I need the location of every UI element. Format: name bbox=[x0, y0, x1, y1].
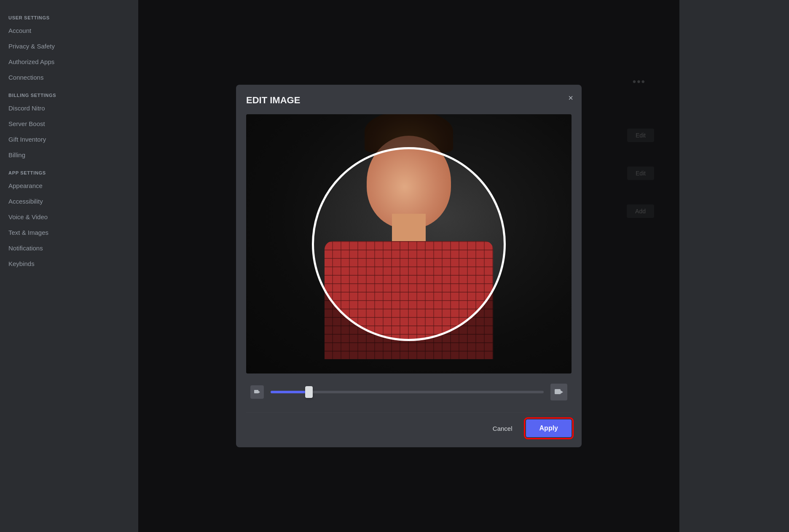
svg-marker-1 bbox=[258, 391, 260, 393]
sidebar-item-nitro[interactable]: Discord Nitro bbox=[4, 101, 134, 115]
right-panel bbox=[679, 0, 789, 532]
sidebar-item-voice-label: Voice & Video bbox=[8, 213, 48, 220]
sidebar-item-boost-label: Server Boost bbox=[8, 120, 45, 127]
image-editor-area[interactable] bbox=[246, 114, 572, 373]
sidebar-item-privacy-label: Privacy & Safety bbox=[8, 43, 55, 50]
modal-title: EDIT IMAGE bbox=[246, 95, 572, 106]
sidebar-item-billing-label: Billing bbox=[8, 151, 25, 159]
zoom-slider[interactable] bbox=[271, 391, 544, 393]
sidebar-item-text[interactable]: Text & Images bbox=[4, 226, 134, 239]
person-shirt bbox=[325, 241, 493, 359]
slider-thumb[interactable] bbox=[305, 386, 313, 398]
modal-overlay: EDIT IMAGE × bbox=[138, 0, 679, 532]
sidebar-item-privacy[interactable]: Privacy & Safety bbox=[4, 39, 134, 53]
sidebar-section-billing: BILLING SETTINGS bbox=[4, 86, 134, 99]
sidebar-section-app: APP SETTINGS bbox=[4, 164, 134, 177]
sidebar-item-nitro-label: Discord Nitro bbox=[8, 105, 45, 112]
sidebar-item-apps-label: Authorized Apps bbox=[8, 58, 54, 65]
svg-marker-3 bbox=[561, 390, 563, 394]
sidebar-item-inventory-label: Gift Inventory bbox=[8, 136, 46, 143]
sidebar-item-appearance[interactable]: Appearance bbox=[4, 179, 134, 193]
zoom-out-icon bbox=[250, 385, 264, 399]
edit-image-modal: EDIT IMAGE × bbox=[236, 85, 582, 447]
sidebar-item-text-label: Text & Images bbox=[8, 229, 48, 236]
svg-rect-2 bbox=[555, 389, 561, 394]
sidebar-item-keybinds[interactable]: Keybinds bbox=[4, 257, 134, 271]
sidebar-item-notifications-label: Notifications bbox=[8, 245, 43, 252]
sidebar-item-billing[interactable]: Billing bbox=[4, 148, 134, 162]
sidebar-item-connections[interactable]: Connections bbox=[4, 70, 134, 84]
sidebar-item-account[interactable]: Account bbox=[4, 24, 134, 38]
apply-button[interactable]: Apply bbox=[526, 419, 572, 437]
sidebar-item-accessibility-label: Accessibility bbox=[8, 198, 43, 205]
sidebar-item-connections-label: Connections bbox=[8, 74, 43, 81]
zoom-slider-container bbox=[246, 375, 572, 409]
svg-rect-0 bbox=[254, 390, 258, 393]
modal-close-button[interactable]: × bbox=[568, 93, 573, 103]
sidebar-item-accessibility[interactable]: Accessibility bbox=[4, 194, 134, 208]
zoom-in-icon bbox=[550, 384, 567, 400]
sidebar-item-inventory[interactable]: Gift Inventory bbox=[4, 132, 134, 146]
main-content: ••• Edit Edit Add EDIT IMAGE × bbox=[138, 0, 679, 532]
cancel-button[interactable]: Cancel bbox=[486, 421, 519, 436]
sidebar-item-apps[interactable]: Authorized Apps bbox=[4, 55, 134, 69]
modal-footer: Cancel Apply bbox=[246, 412, 572, 437]
sidebar-item-voice[interactable]: Voice & Video bbox=[4, 210, 134, 224]
sidebar-item-appearance-label: Appearance bbox=[8, 182, 43, 189]
person-image bbox=[291, 127, 527, 359]
sidebar-item-account-label: Account bbox=[8, 27, 31, 34]
sidebar-section-user-settings: USER SETTINGS bbox=[4, 8, 134, 22]
sidebar: USER SETTINGS Account Privacy & Safety A… bbox=[0, 0, 138, 532]
sidebar-item-keybinds-label: Keybinds bbox=[8, 260, 35, 267]
sidebar-item-notifications[interactable]: Notifications bbox=[4, 241, 134, 255]
sidebar-item-boost[interactable]: Server Boost bbox=[4, 117, 134, 131]
